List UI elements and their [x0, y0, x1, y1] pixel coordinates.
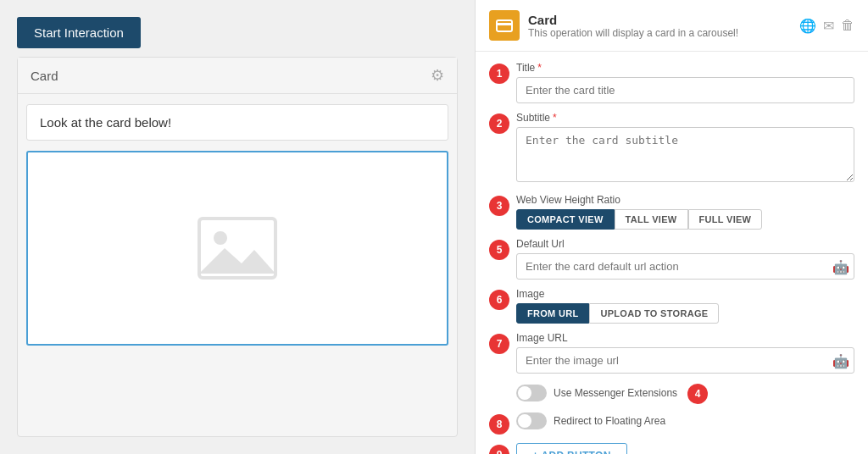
card-header: Card ⚙	[18, 58, 457, 94]
floating-toggle-container: Redirect to Floating Area	[516, 412, 665, 429]
floating-area-toggle[interactable]	[516, 412, 547, 429]
placeholder-image-icon	[195, 214, 280, 282]
image-url-row: 7 Image URL 🤖	[489, 332, 854, 374]
step-3-badge: 3	[489, 196, 509, 216]
title-row: 1 Title *	[489, 62, 854, 103]
toggle-messenger-row: Use Messenger Extensions 4	[489, 382, 854, 404]
default-url-input[interactable]	[516, 253, 854, 280]
card-operation-icon	[489, 10, 520, 41]
image-url-input[interactable]	[516, 347, 854, 374]
subtitle-label: Subtitle *	[516, 112, 854, 124]
image-url-field: Image URL 🤖	[516, 332, 854, 374]
delete-icon[interactable]: 🗑	[841, 18, 854, 33]
title-input[interactable]	[516, 77, 854, 103]
webview-label: Web View Height Ratio	[516, 194, 854, 206]
header-title: Card	[528, 13, 791, 27]
subtitle-field: Subtitle *	[516, 112, 854, 185]
step-9-badge: 9	[489, 445, 509, 454]
image-url-with-icon: 🤖	[516, 347, 854, 374]
image-row: 6 Image FROM URL UPLOAD TO STORAGE	[489, 288, 854, 324]
right-header: Card This operation will display a card …	[476, 0, 868, 52]
subtitle-required: *	[553, 112, 557, 124]
start-interaction-button[interactable]: Start Interaction	[17, 17, 141, 48]
step-7-badge: 7	[489, 334, 509, 354]
svg-point-1	[214, 231, 227, 245]
step-1-badge: 1	[489, 64, 509, 84]
card-icon-svg	[495, 16, 514, 35]
subtitle-row: 2 Subtitle *	[489, 112, 854, 185]
subtitle-textarea[interactable]	[516, 127, 854, 182]
full-view-btn[interactable]: FULL VIEW	[688, 209, 763, 230]
default-url-field: Default Url 🤖	[516, 238, 854, 280]
step-2-badge: 2	[489, 114, 509, 134]
form-content: 1 Title * 2 Subtitle * 3	[476, 52, 868, 454]
step-4-badge: 4	[687, 384, 708, 404]
right-panel: Card This operation will display a card …	[475, 0, 868, 454]
image-url-bot-icon[interactable]: 🤖	[832, 352, 849, 368]
card-image-container	[26, 151, 448, 346]
gear-icon[interactable]: ⚙	[431, 66, 444, 85]
add-button-row: 9 + ADD BUTTON	[489, 443, 854, 454]
image-field: Image FROM URL UPLOAD TO STORAGE	[516, 288, 854, 324]
svg-rect-2	[497, 20, 512, 31]
svg-rect-3	[497, 23, 512, 25]
default-url-row: 5 Default Url 🤖	[489, 238, 854, 280]
add-button-btn[interactable]: + ADD BUTTON	[516, 443, 627, 454]
title-required: *	[537, 62, 542, 74]
card-preview-title: Card	[31, 69, 58, 83]
tall-view-btn[interactable]: TALL VIEW	[615, 209, 688, 230]
floating-area-label: Redirect to Floating Area	[554, 415, 665, 427]
title-field: Title *	[516, 62, 854, 103]
title-label: Title *	[516, 62, 854, 74]
default-url-label: Default Url	[516, 238, 854, 250]
email-icon[interactable]: ✉	[823, 18, 834, 34]
compact-view-btn[interactable]: COMPACT VIEW	[516, 209, 615, 230]
from-url-btn[interactable]: FROM URL	[516, 303, 589, 324]
image-btn-group: FROM URL UPLOAD TO STORAGE	[516, 303, 854, 324]
header-text: Card This operation will display a card …	[528, 13, 791, 39]
step-8-badge: 8	[489, 414, 509, 435]
card-message: Look at the card below!	[26, 104, 448, 141]
left-panel: Start Interaction Card ⚙ Look at the car…	[0, 0, 475, 454]
image-placeholder	[195, 214, 280, 282]
globe-icon[interactable]: 🌐	[799, 18, 816, 34]
webview-row: 3 Web View Height Ratio COMPACT VIEW TAL…	[489, 194, 854, 230]
image-url-label: Image URL	[516, 332, 854, 344]
messenger-extensions-label: Use Messenger Extensions	[554, 387, 677, 399]
card-preview: Card ⚙ Look at the card below!	[17, 57, 458, 437]
url-bot-icon[interactable]: 🤖	[832, 258, 849, 274]
step-5-badge: 5	[489, 240, 509, 260]
header-subtitle: This operation will display a card in a …	[528, 27, 791, 39]
default-url-with-icon: 🤖	[516, 253, 854, 280]
webview-field: Web View Height Ratio COMPACT VIEW TALL …	[516, 194, 854, 230]
header-actions: 🌐 ✉ 🗑	[799, 18, 854, 34]
step-6-badge: 6	[489, 290, 509, 310]
webview-btn-group: COMPACT VIEW TALL VIEW FULL VIEW	[516, 209, 854, 230]
messenger-extensions-toggle[interactable]	[516, 385, 547, 401]
image-label: Image	[516, 288, 854, 300]
toggle-floating-row: 8 Redirect to Floating Area	[489, 412, 854, 435]
upload-to-storage-btn[interactable]: UPLOAD TO STORAGE	[589, 303, 719, 324]
